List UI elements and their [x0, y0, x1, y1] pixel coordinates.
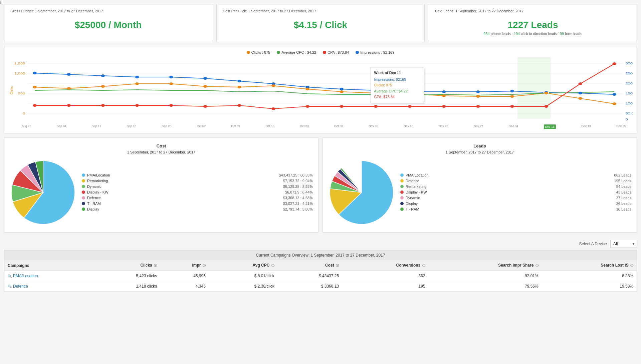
device-select[interactable]: AllDesktopMobileTablet: [610, 240, 637, 248]
svg-point-27: [340, 88, 344, 90]
clicks-cell: 5,423 clicks: [93, 271, 160, 281]
pie-legend-row: Defence 195 Leads: [400, 179, 631, 183]
cost-cell: $ 3368.13: [278, 281, 342, 292]
svg-point-24: [237, 80, 241, 82]
svg-text:150,000: 150,000: [625, 92, 633, 95]
cost-pie-svg: [10, 159, 76, 226]
svg-point-48: [442, 94, 446, 97]
cost-pie-title: Cost 1 September, 2017 to 27 December, 2…: [10, 143, 313, 155]
svg-point-47: [408, 92, 412, 95]
svg-text:500: 500: [18, 92, 25, 95]
search-icon: 🔍: [8, 285, 12, 288]
search-lost-is-cell: 19.58%: [542, 281, 637, 292]
svg-point-18: [33, 72, 37, 74]
svg-point-38: [101, 85, 105, 88]
svg-point-71: [613, 62, 617, 65]
svg-point-65: [408, 105, 412, 108]
svg-text:250,000: 250,000: [625, 72, 633, 75]
pie-legend-row: T - RAM $3,027.21 : 4.21%: [82, 202, 313, 206]
svg-point-54: [33, 104, 37, 107]
search-lost-is-cell: 6.28%: [542, 271, 637, 281]
svg-point-20: [101, 74, 105, 77]
gross-budget-card: Gross Budget: 1 September, 2017 to 27 De…: [4, 4, 212, 42]
leads-pie-content: PMA/Location 862 Leads Defence 195 Leads…: [328, 159, 631, 227]
pie-legend-row: PMA/Location 862 Leads: [400, 173, 631, 177]
paid-leads-sub: 934 phone leads · 194 click to direction…: [435, 32, 631, 36]
gross-budget-label: Gross Budget: 1 September, 2017 to 27 De…: [10, 9, 206, 13]
pie-legend-row: Dynamic 37 Leads: [400, 196, 631, 200]
device-select-label: Select A Device: [579, 242, 607, 246]
legend-item: CPA : $73.84: [323, 50, 349, 54]
direction-leads: 194: [514, 32, 520, 36]
search-impr-share-cell: 79.55%: [429, 281, 542, 292]
svg-text:1,500: 1,500: [14, 62, 25, 65]
device-select-wrap[interactable]: AllDesktopMobileTablet: [610, 240, 637, 248]
conversions-cell: 862: [342, 271, 429, 281]
pie-legend-row: PMA/Location $43,437.25 : 60.35%: [82, 173, 313, 177]
svg-point-69: [544, 105, 548, 108]
cost-per-click-label: Cost Per Click: 1 September, 2017 to 27 …: [223, 9, 418, 13]
svg-point-66: [442, 105, 446, 108]
svg-point-30: [442, 90, 446, 93]
avg-cpc-cell: $ 2.38/click: [209, 281, 278, 292]
leads-pie-svg-wrap: [328, 159, 395, 227]
cost-per-click-card: Cost Per Click: 1 September, 2017 to 27 …: [216, 4, 425, 42]
impr-cell: 45,995: [160, 271, 209, 281]
svg-text:0: 0: [23, 112, 25, 115]
pie-charts-row: Cost 1 September, 2017 to 27 December, 2…: [4, 137, 637, 233]
svg-point-56: [101, 104, 105, 107]
svg-point-70: [578, 82, 582, 85]
paid-leads-label: Paid Leads: 1 September, 2017 to 27 Dece…: [435, 9, 631, 13]
svg-text:50,000: 50,000: [625, 112, 633, 115]
pie-legend-row: T - RAM 10 Leads: [400, 207, 631, 211]
pie-legend-row: Remarketing $7,153.72 : 9.94%: [82, 179, 313, 183]
cost-pie-card: Cost 1 September, 2017 to 27 December, 2…: [4, 137, 318, 233]
svg-text:Clicks: Clicks: [9, 86, 14, 94]
svg-text:200,000: 200,000: [625, 82, 633, 85]
svg-text:300,000: 300,000: [625, 62, 633, 65]
campaign-cell[interactable]: 🔍 PMA/Location: [4, 271, 93, 281]
svg-point-52: [578, 97, 582, 100]
cost-cell: $ 43437.25: [278, 271, 342, 281]
svg-point-43: [271, 84, 275, 87]
device-select-row: Select A Device AllDesktopMobileTablet: [0, 237, 641, 250]
svg-point-55: [67, 104, 71, 107]
cost-pie-legend: PMA/Location $43,437.25 : 60.35% Remarke…: [82, 173, 313, 213]
table-overview-title: Current Campaigns Overview: 1 September,…: [4, 250, 637, 260]
svg-point-34: [578, 92, 582, 94]
col-clicks: Clicks ⓘ: [93, 260, 160, 271]
clicks-cell: 1,418 clicks: [93, 281, 160, 292]
svg-point-28: [374, 89, 378, 92]
campaign-cell[interactable]: 🔍 Defence: [4, 281, 93, 292]
chart-info-icon: ℹ: [0, 0, 2, 5]
gross-budget-value: $25000 / Month: [10, 20, 206, 30]
cost-pie-svg-wrap: [10, 159, 76, 227]
phone-leads: 934: [483, 32, 489, 36]
pie-legend-row: Display - KW $6,071.9 : 8.44%: [82, 190, 313, 194]
col-search-lost-is: Search Lost IS ⓘ: [542, 260, 637, 271]
pie-legend-row: Display $2,793.74 : 3.88%: [82, 207, 313, 211]
svg-point-23: [203, 77, 207, 80]
chart-svg: 1,500 1,000 500 0 Clicks 300,000 250,000…: [8, 57, 633, 124]
legend-item: Clicks : 875: [247, 50, 270, 54]
svg-point-50: [510, 95, 514, 98]
svg-point-21: [135, 76, 139, 78]
svg-text:0: 0: [625, 118, 628, 121]
svg-point-39: [135, 82, 139, 85]
svg-point-53: [613, 102, 617, 105]
col-impr: Impr ⓘ: [160, 260, 209, 271]
top-cards-row: Gross Budget: 1 September, 2017 to 27 De…: [0, 0, 641, 46]
col-campaigns: Campaigns: [4, 260, 93, 271]
cost-per-click-value: $4.15 / Click: [223, 20, 418, 30]
svg-point-32: [510, 90, 514, 92]
leads-pie-svg: [328, 159, 395, 226]
highlight-region: [517, 57, 551, 119]
table-row: 🔍 Defence 1,418 clicks 4,345 $ 2.38/clic…: [4, 281, 637, 292]
svg-point-42: [237, 86, 241, 88]
svg-point-57: [135, 104, 139, 107]
chart-area: 1,500 1,000 500 0 Clicks 300,000 250,000…: [8, 57, 633, 124]
col-cost: Cost ⓘ: [278, 260, 342, 271]
leads-pie-title: Leads 1 September, 2017 to 27 December, …: [328, 143, 631, 155]
avg-cpc-cell: $ 8.01/click: [209, 271, 278, 281]
svg-point-64: [374, 105, 378, 108]
